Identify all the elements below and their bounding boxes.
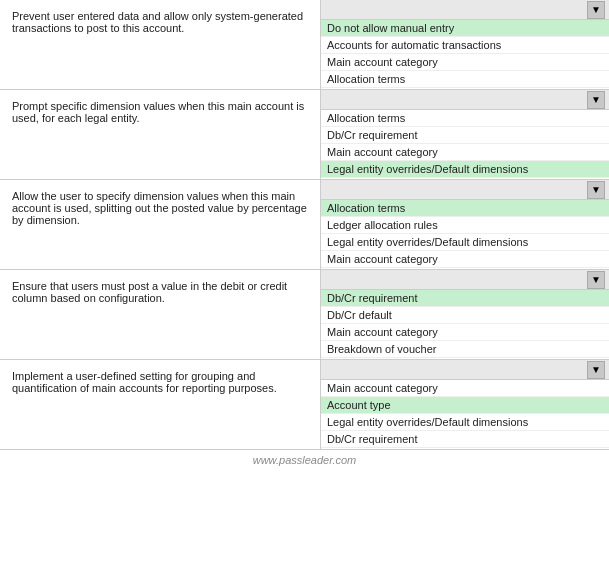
page-container: Prevent user entered data and allow only… — [0, 0, 609, 470]
right-col-1: ▼Do not allow manual entryAccounts for a… — [320, 0, 609, 89]
list-item-3-4[interactable]: Main account category — [321, 251, 609, 268]
left-text-2: Prompt specific dimension values when th… — [0, 90, 320, 179]
dropdown-header-4: ▼ — [321, 270, 609, 290]
row-5: Implement a user-defined setting for gro… — [0, 360, 609, 450]
list-item-4-2[interactable]: Db/Cr default — [321, 307, 609, 324]
dropdown-arrow-4[interactable]: ▼ — [587, 271, 605, 289]
list-item-5-4[interactable]: Db/Cr requirement — [321, 431, 609, 448]
list-item-2-4[interactable]: Legal entity overrides/Default dimension… — [321, 161, 609, 178]
dropdown-header-1: ▼ — [321, 0, 609, 20]
list-item-5-3[interactable]: Legal entity overrides/Default dimension… — [321, 414, 609, 431]
right-col-4: ▼Db/Cr requirementDb/Cr defaultMain acco… — [320, 270, 609, 359]
list-item-4-3[interactable]: Main account category — [321, 324, 609, 341]
left-text-4: Ensure that users must post a value in t… — [0, 270, 320, 359]
list-item-2-3[interactable]: Main account category — [321, 144, 609, 161]
list-item-3-1[interactable]: Allocation terms — [321, 200, 609, 217]
rows-container: Prevent user entered data and allow only… — [0, 0, 609, 450]
right-col-2: ▼Allocation termsDb/Cr requirementMain a… — [320, 90, 609, 179]
left-text-1: Prevent user entered data and allow only… — [0, 0, 320, 89]
list-item-2-1[interactable]: Allocation terms — [321, 110, 609, 127]
right-col-3: ▼Allocation termsLedger allocation rules… — [320, 180, 609, 269]
list-item-3-2[interactable]: Ledger allocation rules — [321, 217, 609, 234]
dropdown-header-3: ▼ — [321, 180, 609, 200]
dropdown-header-2: ▼ — [321, 90, 609, 110]
dropdown-header-5: ▼ — [321, 360, 609, 380]
left-text-3: Allow the user to specify dimension valu… — [0, 180, 320, 269]
list-item-1-1[interactable]: Do not allow manual entry — [321, 20, 609, 37]
right-col-5: ▼Main account categoryAccount typeLegal … — [320, 360, 609, 449]
row-1: Prevent user entered data and allow only… — [0, 0, 609, 90]
list-item-5-2[interactable]: Account type — [321, 397, 609, 414]
list-item-2-2[interactable]: Db/Cr requirement — [321, 127, 609, 144]
dropdown-arrow-1[interactable]: ▼ — [587, 1, 605, 19]
left-text-5: Implement a user-defined setting for gro… — [0, 360, 320, 449]
watermark: www.passleader.com — [0, 450, 609, 470]
list-item-4-1[interactable]: Db/Cr requirement — [321, 290, 609, 307]
list-item-1-3[interactable]: Main account category — [321, 54, 609, 71]
list-item-1-2[interactable]: Accounts for automatic transactions — [321, 37, 609, 54]
list-item-1-4[interactable]: Allocation terms — [321, 71, 609, 88]
list-item-3-3[interactable]: Legal entity overrides/Default dimension… — [321, 234, 609, 251]
row-4: Ensure that users must post a value in t… — [0, 270, 609, 360]
dropdown-arrow-3[interactable]: ▼ — [587, 181, 605, 199]
dropdown-arrow-2[interactable]: ▼ — [587, 91, 605, 109]
list-item-4-4[interactable]: Breakdown of voucher — [321, 341, 609, 358]
row-3: Allow the user to specify dimension valu… — [0, 180, 609, 270]
dropdown-arrow-5[interactable]: ▼ — [587, 361, 605, 379]
row-2: Prompt specific dimension values when th… — [0, 90, 609, 180]
list-item-5-1[interactable]: Main account category — [321, 380, 609, 397]
